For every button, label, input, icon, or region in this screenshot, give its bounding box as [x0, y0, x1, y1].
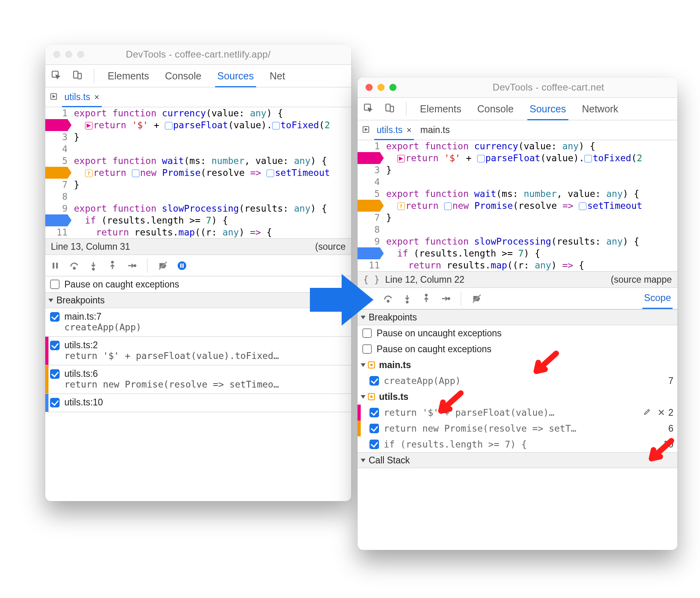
svg-rect-14 [182, 263, 184, 268]
traffic-min[interactable] [377, 84, 385, 91]
cursor-position: Line 13, Column 31 [51, 241, 130, 252]
svg-rect-5 [56, 262, 58, 268]
checkbox[interactable] [369, 440, 379, 449]
breakpoint-item[interactable]: return new Promise(resolve => setT…6 [358, 421, 677, 436]
navigator-icon[interactable] [49, 92, 58, 102]
file-tab-utils[interactable]: utils.ts × [62, 87, 102, 107]
deactivate-breakpoints-icon[interactable] [472, 293, 482, 304]
window-title: DevTools - coffee-cart.netlify.app/ [45, 49, 351, 60]
breakpoint-item[interactable]: if (results.length >= 7) {10 [358, 436, 677, 452]
scope-tab[interactable]: Scope [642, 288, 673, 309]
traffic-max[interactable] [77, 51, 84, 58]
pause-exceptions-icon[interactable] [177, 260, 187, 271]
close-icon[interactable]: × [94, 92, 99, 102]
chevron-down-icon [361, 459, 365, 462]
breakpoint-item[interactable]: utils.ts:6return new Promise(resolve => … [45, 365, 351, 394]
svg-rect-17 [390, 106, 394, 112]
deactivate-breakpoints-icon[interactable] [158, 260, 168, 271]
file-tab-main[interactable]: main.ts [418, 120, 452, 140]
tab-elements[interactable]: Elements [105, 65, 151, 87]
delete-icon[interactable]: ✕ [657, 407, 665, 418]
step-over-icon[interactable] [383, 293, 393, 304]
panel-tabs: Elements Console Sources Network [358, 97, 677, 120]
svg-point-9 [134, 264, 136, 266]
checkbox[interactable] [50, 341, 60, 350]
tab-network[interactable]: Network [580, 98, 621, 120]
checkbox[interactable] [369, 408, 379, 417]
checkbox[interactable] [50, 312, 60, 322]
navigator-icon[interactable] [362, 125, 370, 135]
svg-point-8 [112, 261, 113, 263]
traffic-close[interactable] [53, 51, 60, 58]
traffic-min[interactable] [65, 51, 72, 58]
svg-point-20 [406, 301, 408, 303]
checkbox[interactable] [369, 376, 379, 386]
breakpoint-item[interactable]: createApp(App)7 [358, 373, 677, 389]
source-map-hint: (source [315, 241, 346, 252]
svg-point-12 [178, 261, 186, 270]
panel-tabs: Elements Console Sources Net [45, 64, 351, 87]
pause-icon[interactable] [50, 260, 60, 271]
callstack-header[interactable]: Call Stack [358, 452, 677, 468]
titlebar: DevTools - coffee-cart.net [358, 77, 677, 97]
tab-elements[interactable]: Elements [418, 98, 464, 120]
svg-point-6 [73, 267, 75, 269]
file-tabs: utils.ts × [45, 87, 351, 107]
pause-caught-row: Pause on caught exceptions [45, 276, 351, 292]
step-into-icon[interactable] [88, 260, 99, 271]
file-tabs: utils.ts × main.ts [358, 120, 677, 140]
checkbox[interactable] [362, 344, 372, 354]
chevron-down-icon [48, 299, 53, 302]
svg-rect-13 [180, 263, 182, 268]
close-icon[interactable]: × [406, 125, 412, 135]
tab-console[interactable]: Console [475, 98, 516, 120]
breakpoint-item[interactable]: utils.ts:2return '$' + parseFloat(value)… [45, 337, 351, 365]
tab-console[interactable]: Console [162, 65, 204, 87]
pause-caught-checkbox[interactable] [50, 280, 60, 289]
checkbox[interactable] [369, 424, 379, 433]
step-out-icon[interactable] [421, 293, 431, 304]
traffic-lights [365, 84, 396, 91]
traffic-lights [53, 51, 84, 58]
breakpoint-item[interactable]: main.ts:7createApp(App) [45, 308, 351, 337]
checkbox[interactable] [50, 369, 60, 379]
step-into-icon[interactable] [402, 293, 412, 304]
breakpoint-item[interactable]: utils.ts:10 [45, 394, 351, 412]
code-editor[interactable]: 1export function currency(value: any) {2… [358, 140, 677, 271]
edit-icon[interactable] [643, 407, 651, 418]
checkbox[interactable] [50, 398, 60, 407]
pause-uncaught-row: Pause on uncaught exceptions [358, 325, 677, 341]
svg-point-7 [93, 268, 94, 270]
checkbox[interactable] [362, 328, 372, 338]
devtools-window-before: DevTools - coffee-cart.netlify.app/ Elem… [45, 44, 351, 501]
debug-toolbar [45, 255, 351, 276]
breakpoint-item[interactable]: return '$' + parseFloat(value)…✕2 [358, 405, 677, 421]
breakpoint-group-header[interactable]: main.ts [358, 357, 677, 373]
traffic-close[interactable] [365, 84, 373, 91]
pause-caught-row: Pause on caught exceptions [358, 341, 677, 357]
breakpoint-group-header[interactable]: utils.ts [358, 389, 677, 405]
source-map-hint: (source mappe [611, 274, 672, 285]
editor-status: Line 13, Column 31 (source [45, 238, 351, 255]
tab-network[interactable]: Net [267, 65, 288, 87]
step-icon[interactable] [440, 293, 451, 304]
code-editor[interactable]: 1export function currency(value: any) {2… [45, 107, 351, 238]
device-icon[interactable] [72, 70, 83, 82]
inspect-icon[interactable] [363, 103, 373, 115]
devtools-window-after: DevTools - coffee-cart.net Elements Cons… [358, 77, 677, 550]
breakpoints-header[interactable]: Breakpoints [358, 309, 677, 325]
traffic-max[interactable] [389, 84, 396, 91]
svg-rect-1 [73, 71, 78, 78]
step-icon[interactable] [126, 260, 137, 271]
window-title: DevTools - coffee-cart.net [358, 82, 677, 93]
step-out-icon[interactable] [107, 260, 118, 271]
step-over-icon[interactable] [69, 260, 79, 271]
inspect-icon[interactable] [51, 70, 61, 82]
svg-point-19 [387, 300, 389, 302]
breakpoints-header[interactable]: Breakpoints [45, 292, 351, 308]
tab-sources[interactable]: Sources [527, 98, 569, 120]
file-tab-utils[interactable]: utils.ts × [374, 120, 414, 140]
highlight-arrow-icon [644, 437, 675, 469]
tab-sources[interactable]: Sources [215, 65, 256, 87]
device-icon[interactable] [385, 103, 395, 115]
